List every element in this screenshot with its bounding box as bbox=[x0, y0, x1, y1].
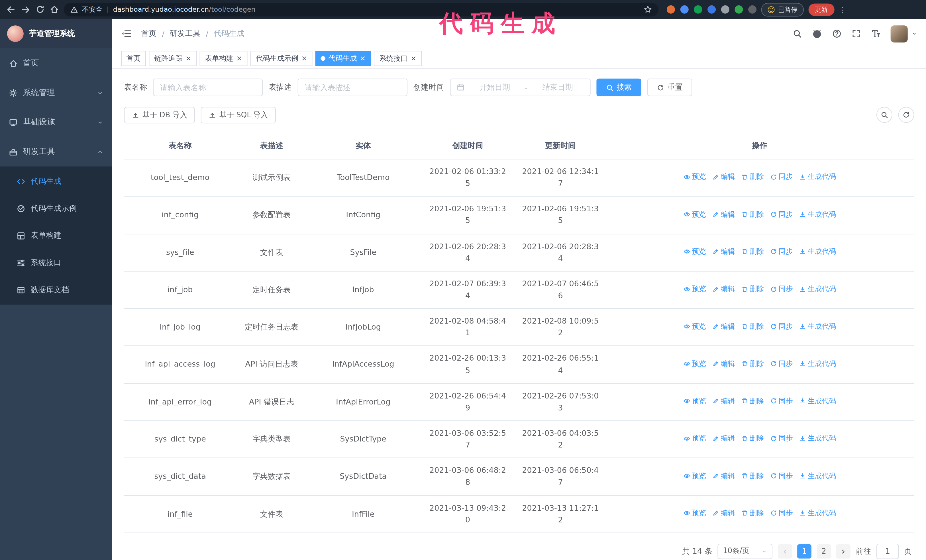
extension-icon[interactable] bbox=[694, 5, 702, 14]
preview-link[interactable]: 预览 bbox=[683, 284, 706, 294]
reset-button[interactable]: 重置 bbox=[648, 78, 692, 96]
extension-icon[interactable] bbox=[707, 5, 716, 14]
generate-code-link[interactable]: 生成代码 bbox=[799, 395, 836, 407]
browser-update-button[interactable]: 更新 bbox=[808, 3, 834, 16]
import-sql-button[interactable]: 基于 SQL 导入 bbox=[201, 107, 276, 123]
edit-link[interactable]: 编辑 bbox=[712, 172, 735, 183]
generate-code-link[interactable]: 生成代码 bbox=[799, 172, 836, 183]
delete-link[interactable]: 删除 bbox=[741, 395, 764, 407]
delete-link[interactable]: 删除 bbox=[741, 470, 764, 482]
edit-link[interactable]: 编辑 bbox=[712, 433, 735, 444]
font-size-icon[interactable] bbox=[871, 29, 881, 38]
generate-code-link[interactable]: 生成代码 bbox=[799, 284, 836, 294]
table-name-input[interactable] bbox=[153, 78, 263, 96]
extension-icon[interactable] bbox=[680, 5, 688, 14]
edit-link[interactable]: 编辑 bbox=[712, 209, 735, 220]
sync-link[interactable]: 同步 bbox=[770, 358, 793, 370]
sync-link[interactable]: 同步 bbox=[770, 470, 793, 482]
user-menu[interactable] bbox=[891, 25, 917, 42]
extension-icon[interactable] bbox=[748, 5, 757, 14]
sidebar-item-devtools[interactable]: 研发工具 bbox=[0, 137, 112, 167]
generate-code-link[interactable]: 生成代码 bbox=[799, 321, 836, 332]
goto-page-input[interactable] bbox=[876, 544, 899, 559]
preview-link[interactable]: 预览 bbox=[683, 321, 706, 332]
url-bar[interactable]: 不安全 | dashboard.yudao.iocoder.cn /tool/c… bbox=[64, 3, 658, 16]
back-icon[interactable] bbox=[6, 5, 16, 15]
tag-tab-4[interactable]: 代码生成× bbox=[315, 51, 371, 66]
edit-link[interactable]: 编辑 bbox=[712, 284, 735, 294]
generate-code-link[interactable]: 生成代码 bbox=[799, 246, 836, 257]
github-icon[interactable] bbox=[812, 29, 822, 39]
preview-link[interactable]: 预览 bbox=[683, 209, 706, 220]
breadcrumb-home[interactable]: 首页 bbox=[141, 28, 156, 39]
delete-link[interactable]: 删除 bbox=[741, 433, 764, 444]
edit-link[interactable]: 编辑 bbox=[712, 470, 735, 482]
sync-link[interactable]: 同步 bbox=[770, 507, 793, 519]
generate-code-link[interactable]: 生成代码 bbox=[799, 507, 836, 519]
delete-link[interactable]: 删除 bbox=[741, 321, 764, 332]
import-db-button[interactable]: 基于 DB 导入 bbox=[124, 107, 195, 123]
extension-icon[interactable] bbox=[667, 5, 675, 14]
generate-code-link[interactable]: 生成代码 bbox=[799, 470, 836, 482]
page-button-2[interactable]: 2 bbox=[817, 544, 831, 558]
sidebar-item-codegen-example[interactable]: 代码生成示例 bbox=[0, 195, 112, 222]
edit-link[interactable]: 编辑 bbox=[712, 395, 735, 407]
delete-link[interactable]: 删除 bbox=[741, 246, 764, 257]
breadcrumb-devtools[interactable]: 研发工具 bbox=[170, 28, 201, 39]
generate-code-link[interactable]: 生成代码 bbox=[799, 433, 836, 444]
sync-link[interactable]: 同步 bbox=[770, 284, 793, 294]
refresh-table-button[interactable] bbox=[898, 107, 914, 123]
sidebar-item-home[interactable]: 首页 bbox=[0, 48, 112, 78]
fullscreen-icon[interactable] bbox=[852, 29, 861, 38]
close-icon[interactable]: × bbox=[236, 55, 242, 62]
delete-link[interactable]: 删除 bbox=[741, 507, 764, 519]
forward-icon[interactable] bbox=[21, 5, 31, 15]
search-button[interactable]: 搜索 bbox=[596, 78, 642, 96]
sync-link[interactable]: 同步 bbox=[770, 172, 793, 183]
preview-link[interactable]: 预览 bbox=[683, 172, 706, 183]
edit-link[interactable]: 编辑 bbox=[712, 358, 735, 370]
sidebar-item-system[interactable]: 系统管理 bbox=[0, 78, 112, 108]
edit-link[interactable]: 编辑 bbox=[712, 507, 735, 519]
close-icon[interactable]: × bbox=[301, 55, 307, 62]
sync-link[interactable]: 同步 bbox=[770, 395, 793, 407]
sidebar-item-api[interactable]: 系统接口 bbox=[0, 249, 112, 276]
edit-link[interactable]: 编辑 bbox=[712, 321, 735, 332]
header-search-icon[interactable] bbox=[793, 29, 802, 38]
sync-link[interactable]: 同步 bbox=[770, 321, 793, 332]
app-logo[interactable]: 芋道管理系统 bbox=[0, 19, 112, 48]
sidebar-item-db-doc[interactable]: 数据库文档 bbox=[0, 276, 112, 303]
close-icon[interactable]: × bbox=[360, 55, 366, 62]
browser-menu-icon[interactable]: ⋮ bbox=[839, 5, 846, 14]
tag-tab-1[interactable]: 链路追踪× bbox=[149, 51, 197, 66]
delete-link[interactable]: 删除 bbox=[741, 284, 764, 294]
preview-link[interactable]: 预览 bbox=[683, 395, 706, 407]
browser-home-icon[interactable] bbox=[50, 5, 59, 14]
close-icon[interactable]: × bbox=[186, 55, 191, 62]
preview-link[interactable]: 预览 bbox=[683, 358, 706, 370]
sidebar-item-infra[interactable]: 基础设施 bbox=[0, 107, 112, 137]
bookmark-star-icon[interactable] bbox=[644, 5, 652, 14]
sync-link[interactable]: 同步 bbox=[770, 433, 793, 444]
tag-tab-0[interactable]: 首页 bbox=[121, 51, 146, 66]
extension-icon[interactable] bbox=[735, 5, 743, 14]
generate-code-link[interactable]: 生成代码 bbox=[799, 209, 836, 220]
table-desc-input[interactable] bbox=[298, 78, 408, 96]
prev-page-button[interactable]: ‹ bbox=[778, 544, 792, 558]
preview-link[interactable]: 预览 bbox=[683, 470, 706, 482]
page-size-select[interactable]: 10条/页 bbox=[717, 544, 772, 559]
tag-tab-2[interactable]: 表单构建× bbox=[200, 51, 248, 66]
extension-icon[interactable] bbox=[721, 5, 729, 14]
delete-link[interactable]: 删除 bbox=[741, 172, 764, 183]
edit-link[interactable]: 编辑 bbox=[712, 246, 735, 257]
preview-link[interactable]: 预览 bbox=[683, 433, 706, 444]
preview-link[interactable]: 预览 bbox=[683, 246, 706, 257]
preview-link[interactable]: 预览 bbox=[683, 507, 706, 519]
reload-icon[interactable] bbox=[35, 5, 45, 14]
delete-link[interactable]: 删除 bbox=[741, 209, 764, 220]
next-page-button[interactable]: › bbox=[836, 544, 850, 558]
delete-link[interactable]: 删除 bbox=[741, 358, 764, 370]
sync-link[interactable]: 同步 bbox=[770, 209, 793, 220]
close-icon[interactable]: × bbox=[410, 55, 416, 62]
profile-paused-badge[interactable]: ☺ 已暂停 bbox=[761, 3, 803, 16]
